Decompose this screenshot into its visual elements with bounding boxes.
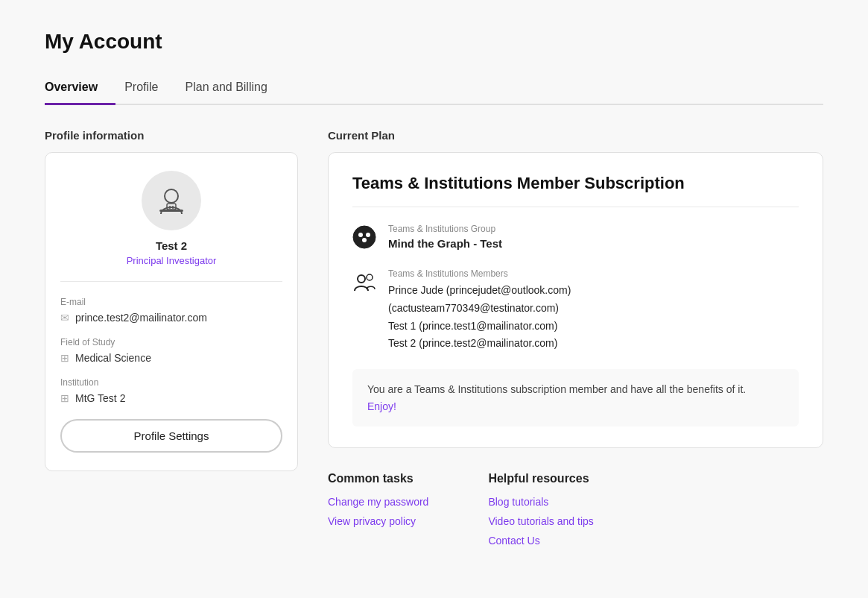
institution-row: Institution ⊞ MtG Test 2 (60, 377, 282, 404)
plan-members-content: Teams & Institutions Members Prince Jude… (388, 268, 571, 353)
group-icon (352, 225, 376, 252)
members-icon (352, 270, 376, 297)
video-tutorials-link[interactable]: Video tutorials and tips (488, 515, 593, 527)
members-label: Teams & Institutions Members (388, 268, 571, 279)
member-2: (cactusteam770349@testinator.com) (388, 300, 571, 318)
avatar-section: Test 2 Principal Investigator (60, 171, 282, 282)
tab-overview[interactable]: Overview (45, 72, 115, 105)
profile-name: Test 2 (156, 239, 187, 252)
common-tasks-section: Common tasks Change my password View pri… (328, 472, 428, 554)
group-label: Teams & Institutions Group (388, 224, 502, 234)
field-icon: ⊞ (60, 352, 69, 364)
blog-tutorials-link[interactable]: Blog tutorials (488, 496, 593, 508)
avatar (142, 171, 201, 230)
member-3: Test 1 (prince.test1@mailinator.com) (388, 318, 571, 336)
profile-settings-button[interactable]: Profile Settings (60, 419, 282, 453)
left-panel: Profile information Test 2 (45, 129, 298, 471)
svg-point-0 (165, 189, 178, 203)
email-icon: ✉ (60, 312, 69, 324)
members-list: Prince Jude (princejudet@outlook.com) (c… (388, 282, 571, 353)
email-value: prince.test2@mailinator.com (75, 312, 207, 324)
field-row: Field of Study ⊞ Medical Science (60, 337, 282, 364)
svg-point-6 (358, 233, 363, 237)
change-password-link[interactable]: Change my password (328, 496, 428, 508)
current-plan-heading: Current Plan (328, 129, 823, 142)
institution-label: Institution (60, 377, 282, 388)
plan-title: Teams & Institutions Member Subscription (352, 174, 799, 207)
privacy-policy-link[interactable]: View privacy policy (328, 515, 428, 527)
page-title: My Account (45, 0, 823, 72)
plan-group-content: Teams & Institutions Group Mind the Grap… (388, 224, 502, 250)
common-tasks-title: Common tasks (328, 472, 428, 485)
member-1: Prince Jude (princejudet@outlook.com) (388, 282, 571, 300)
bottom-sections: Common tasks Change my password View pri… (328, 472, 823, 554)
profile-info-heading: Profile information (45, 129, 298, 142)
main-content: Profile information Test 2 (45, 129, 823, 554)
email-row: E-mail ✉ prince.test2@mailinator.com (60, 297, 282, 324)
plan-note-content: You are a Teams & Institutions subscript… (367, 383, 746, 395)
member-4: Test 2 (prince.test2@mailinator.com) (388, 335, 571, 353)
svg-point-7 (366, 233, 370, 237)
plan-group-row: Teams & Institutions Group Mind the Grap… (352, 224, 799, 252)
plan-note-text: You are a Teams & Institutions subscript… (367, 381, 784, 415)
svg-point-10 (367, 274, 373, 280)
plan-members-row: Teams & Institutions Members Prince Jude… (352, 268, 799, 353)
tab-plan-billing[interactable]: Plan and Billing (186, 72, 285, 105)
institution-icon: ⊞ (60, 392, 69, 404)
right-panel: Current Plan Teams & Institutions Member… (328, 129, 823, 554)
helpful-resources-title: Helpful resources (488, 472, 593, 485)
profile-card: Test 2 Principal Investigator E-mail ✉ p… (45, 152, 298, 471)
tab-profile[interactable]: Profile (124, 72, 176, 105)
institution-value: MtG Test 2 (75, 392, 125, 404)
svg-point-5 (353, 226, 376, 248)
tabs-bar: Overview Profile Plan and Billing (45, 72, 823, 105)
svg-point-8 (362, 238, 367, 242)
svg-point-9 (358, 275, 365, 283)
field-label: Field of Study (60, 337, 282, 347)
contact-us-link[interactable]: Contact Us (488, 535, 593, 547)
helpful-resources-section: Helpful resources Blog tutorials Video t… (488, 472, 593, 554)
group-name: Mind the Graph - Test (388, 237, 502, 250)
plan-note: You are a Teams & Institutions subscript… (352, 369, 799, 427)
plan-enjoy: Enjoy! (367, 400, 396, 412)
profile-role: Principal Investigator (127, 255, 217, 266)
avatar-icon (153, 183, 189, 218)
plan-card: Teams & Institutions Member Subscription… (328, 152, 823, 448)
email-label: E-mail (60, 297, 282, 307)
field-value: Medical Science (75, 352, 151, 364)
